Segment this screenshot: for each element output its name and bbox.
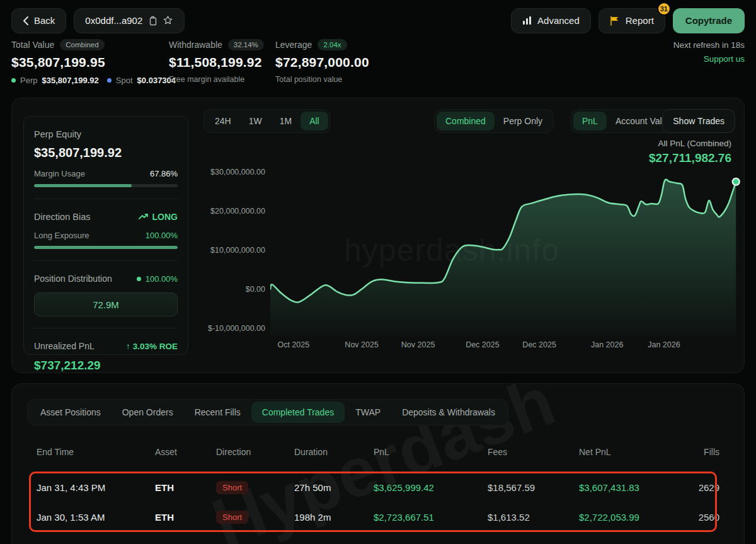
leverage-amount: $72,897,000.00 — [275, 55, 369, 70]
y-tick-label: $20,000,000.00 — [193, 207, 265, 216]
chevron-left-icon — [23, 16, 28, 25]
tab-completed-trades[interactable]: Completed Trades — [251, 402, 345, 423]
range-1w[interactable]: 1W — [240, 112, 271, 130]
withdrawable-sub: Free margin available — [169, 75, 264, 84]
x-tick-label: Nov 2025 — [333, 340, 390, 349]
long-exposure-label: Long Exposure — [34, 231, 89, 240]
perp-label: Perp — [20, 76, 37, 85]
pnl-chart[interactable] — [270, 166, 744, 336]
y-tick-label: $30,000,000.00 — [193, 168, 265, 177]
address-text: 0x0ddf...a902 — [85, 15, 142, 26]
long-exposure-bar — [34, 246, 178, 249]
trades-tabs: Asset PositionsOpen OrdersRecent FillsCo… — [27, 399, 508, 425]
cell-fees: $1,613.52 — [488, 512, 579, 523]
cell-fills: 2629 — [690, 482, 719, 493]
total-value-label: Total Value — [11, 40, 54, 50]
show-trades-button[interactable]: Show Trades — [662, 109, 735, 133]
table-header: End TimeAssetDirectionDurationPnLFeesNet… — [37, 447, 719, 457]
tab-asset-positions[interactable]: Asset Positions — [30, 402, 112, 423]
account-stats-row: Total Value Combined $35,807,199.95 Perp… — [11, 39, 745, 90]
cell-duration: 27h 50m — [294, 482, 374, 493]
trending-up-icon — [139, 212, 149, 222]
all-pnl-label: All PnL (Combined) — [649, 139, 731, 148]
table-row[interactable]: Jan 31, 4:43 PMETHShort27h 50m$3,625,999… — [37, 473, 719, 502]
column-header-direction: Direction — [216, 447, 294, 457]
x-tick-label: Jan 2026 — [579, 340, 636, 349]
perp-equity-value: $35,807,199.92 — [34, 146, 178, 160]
column-header-duration: Duration — [294, 447, 374, 457]
x-tick-label: Dec 2025 — [454, 340, 511, 349]
tab-deposits-withdrawals[interactable]: Deposits & Withdrawals — [391, 402, 506, 423]
cell-asset: ETH — [155, 512, 216, 523]
cell-fees: $18,567.59 — [488, 482, 579, 493]
position-distribution-section: Position Distribution 100.00% 72.9M — [34, 261, 178, 328]
all-pnl-value: $27,711,982.76 — [649, 151, 731, 165]
column-header-fills: Fills — [690, 447, 719, 457]
tab-twap[interactable]: TWAP — [345, 402, 391, 423]
back-button[interactable]: Back — [11, 8, 66, 33]
advanced-label: Advanced — [537, 15, 580, 26]
advanced-button[interactable]: Advanced — [511, 8, 591, 33]
x-tick-label: Oct 2025 — [265, 340, 322, 349]
mode-perp-only[interactable]: Perp Only — [495, 112, 551, 130]
top-bar: Back 0x0ddf...a902 Advanced — [11, 8, 745, 33]
last-point-marker — [733, 178, 740, 185]
direction-badge: Short — [216, 481, 248, 494]
metric-pnl[interactable]: PnL — [573, 112, 607, 130]
direction-bias-label: Direction Bias — [34, 212, 90, 222]
bar-chart-icon — [522, 16, 532, 25]
withdrawable-amount: $11,508,199.92 — [169, 55, 264, 70]
position-distribution-label: Position Distribution — [34, 274, 112, 284]
position-distribution-pct: 100.00% — [146, 274, 178, 284]
column-header-end-time: End Time — [37, 447, 155, 457]
margin-usage-bar — [34, 184, 178, 187]
y-tick-label: $0.00 — [193, 285, 265, 294]
table-row[interactable]: Jan 30, 1:53 AMETHShort198h 2m$2,723,667… — [37, 502, 719, 532]
copy-icon[interactable] — [148, 16, 157, 26]
range-24h[interactable]: 24H — [206, 112, 240, 130]
star-icon[interactable] — [163, 15, 173, 26]
direction-badge: Short — [216, 511, 248, 524]
tab-recent-fills[interactable]: Recent Fills — [184, 402, 251, 423]
total-value-amount: $35,807,199.95 — [11, 55, 176, 70]
leverage-label: Leverage — [275, 40, 312, 50]
overview-panel: Perp Equity $35,807,199.92 Margin Usage … — [11, 98, 745, 373]
tab-open-orders[interactable]: Open Orders — [112, 402, 184, 423]
perp-value: $35,807,199.92 — [42, 76, 98, 85]
long-exposure-value: 100.00% — [146, 231, 178, 240]
range-all[interactable]: All — [301, 112, 328, 130]
spot-label: Spot — [116, 76, 133, 85]
direction-bias-value: LONG — [152, 212, 178, 222]
stat-total-value: Total Value Combined $35,807,199.95 Perp… — [11, 39, 176, 85]
margin-usage-label: Margin Usage — [34, 169, 85, 178]
equity-card: Perp Equity $35,807,199.92 Margin Usage … — [23, 116, 188, 355]
range-1m[interactable]: 1M — [271, 112, 301, 130]
report-button[interactable]: Report — [598, 8, 665, 33]
cell-asset: ETH — [155, 482, 216, 493]
direction-bias-section: Direction Bias LONG Long Exposure 100.00… — [34, 199, 178, 261]
cell-end-time: Jan 30, 1:53 AM — [37, 512, 155, 523]
address-pill[interactable]: 0x0ddf...a902 — [74, 8, 185, 33]
cell-net-pnl: $2,722,053.99 — [579, 512, 690, 523]
copytrade-button[interactable]: Copytrade — [673, 8, 745, 33]
account-mode-selector: CombinedPerp Only — [434, 109, 554, 133]
mode-combined[interactable]: Combined — [437, 112, 495, 130]
trades-panel: Hyperdash Asset PositionsOpen OrdersRece… — [11, 383, 745, 544]
cell-pnl: $3,625,999.42 — [374, 482, 488, 493]
refresh-countdown: Next refresh in 18s — [673, 40, 745, 50]
margin-usage-value: 67.86% — [150, 169, 178, 178]
unrealized-pnl-label: Unrealized PnL — [34, 341, 94, 351]
withdrawable-badge: 32.14% — [228, 39, 264, 50]
report-label: Report — [626, 15, 654, 26]
back-label: Back — [34, 15, 55, 26]
perp-equity-section: Perp Equity $35,807,199.92 Margin Usage … — [34, 117, 178, 199]
perp-dot-icon — [11, 78, 16, 83]
roe-value: 3.03% ROE — [133, 342, 178, 351]
cell-fills: 2560 — [690, 512, 719, 523]
flag-icon — [610, 16, 620, 26]
perp-equity-label: Perp Equity — [34, 129, 178, 139]
stat-withdrawable: Withdrawable 32.14% $11,508,199.92 Free … — [169, 39, 264, 84]
spot-dot-icon — [107, 78, 112, 83]
leverage-sub: Total position value — [275, 75, 369, 84]
support-us-link[interactable]: Support us — [673, 54, 745, 64]
